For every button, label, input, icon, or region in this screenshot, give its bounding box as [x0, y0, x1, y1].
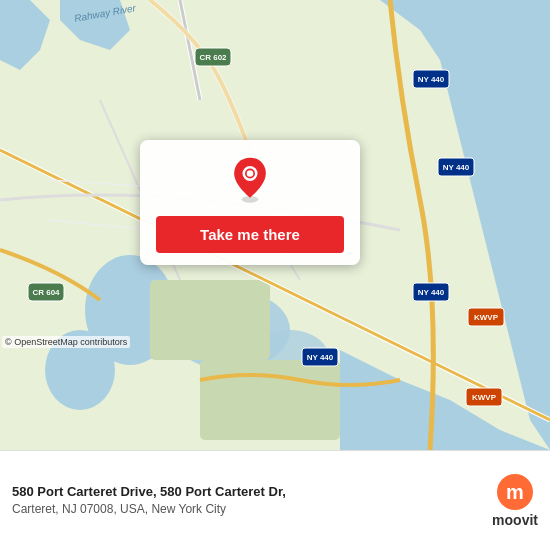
svg-text:NY 440: NY 440 — [418, 75, 445, 84]
svg-text:CR 604: CR 604 — [32, 288, 60, 297]
svg-text:NY 440: NY 440 — [307, 353, 334, 362]
svg-text:m: m — [506, 481, 524, 503]
svg-text:CR 602: CR 602 — [199, 53, 227, 62]
map-background[interactable]: CR 602 NY 440 NY 440 NY 440 NY 440 CR 60… — [0, 0, 550, 450]
svg-text:KWVP: KWVP — [474, 313, 499, 322]
svg-text:NY 440: NY 440 — [443, 163, 470, 172]
moovit-label: moovit — [492, 512, 538, 528]
location-card: Take me there — [140, 140, 360, 265]
address-line2: Carteret, NJ 07008, USA, New York City — [12, 501, 468, 518]
svg-point-38 — [246, 169, 254, 177]
map-container: CR 602 NY 440 NY 440 NY 440 NY 440 CR 60… — [0, 0, 550, 550]
address-line1: 580 Port Carteret Drive, 580 Port Carter… — [12, 483, 468, 501]
address-block: 580 Port Carteret Drive, 580 Port Carter… — [12, 483, 538, 518]
svg-text:NY 440: NY 440 — [418, 288, 445, 297]
take-me-there-button[interactable]: Take me there — [156, 216, 344, 253]
location-pin-icon — [225, 156, 275, 206]
osm-text: © OpenStreetMap contributors — [5, 337, 127, 347]
moovit-logo: m moovit — [492, 474, 538, 528]
svg-text:KWVP: KWVP — [472, 393, 497, 402]
svg-rect-9 — [150, 280, 270, 360]
svg-rect-10 — [200, 360, 340, 440]
osm-attribution: © OpenStreetMap contributors — [2, 336, 130, 348]
moovit-icon: m — [497, 474, 533, 510]
info-bar: 580 Port Carteret Drive, 580 Port Carter… — [0, 450, 550, 550]
